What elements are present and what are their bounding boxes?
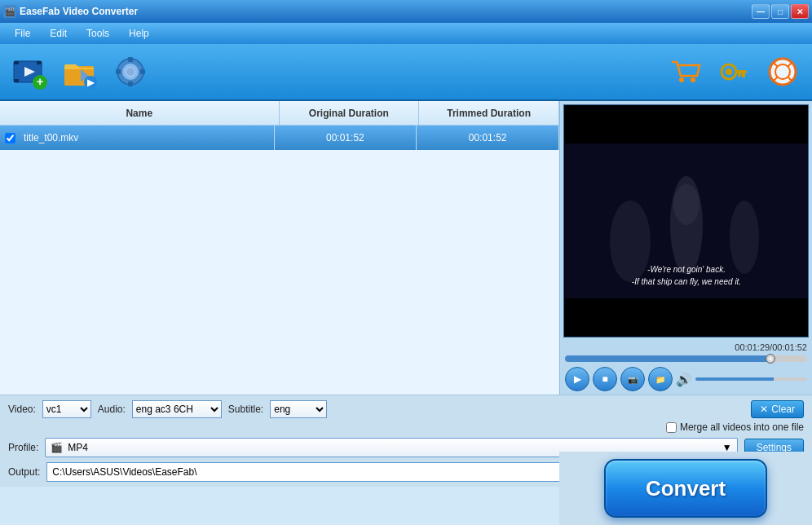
svg-point-28 bbox=[770, 59, 796, 85]
cell-original-duration: 00:01:52 bbox=[275, 126, 417, 150]
svg-text:-We're not goin' back.: -We're not goin' back. bbox=[647, 265, 726, 274]
seek-bar-container[interactable] bbox=[560, 354, 812, 364]
video-time: 00:01:29/00:01:52 bbox=[560, 341, 812, 354]
svg-point-21 bbox=[679, 77, 684, 82]
svg-rect-16 bbox=[128, 57, 133, 62]
cell-trimmed-duration: 00:01:52 bbox=[417, 126, 559, 150]
merge-label: Merge all videos into one file bbox=[680, 421, 804, 433]
main-area: Name Original Duration Trimmed Duration … bbox=[0, 101, 812, 395]
cell-name: title_t00.mkv bbox=[0, 126, 275, 150]
volume-slider[interactable] bbox=[695, 377, 807, 381]
col-header-original: Original Duration bbox=[280, 101, 420, 125]
file-list-body[interactable]: title_t00.mkv 00:01:52 00:01:52 bbox=[0, 126, 559, 395]
merge-row: Merge all videos into one file bbox=[8, 421, 804, 433]
row-checkbox[interactable] bbox=[5, 133, 15, 143]
player-controls: ▶ ■ 📷 📁 🔊 bbox=[560, 364, 812, 395]
snapshot-button[interactable]: 📷 bbox=[620, 367, 645, 391]
audio-label: Audio: bbox=[98, 404, 126, 415]
audio-select[interactable]: eng ac3 6CH bbox=[132, 400, 222, 418]
open-file-button[interactable]: 📁 bbox=[648, 367, 673, 391]
title-bar: 🎬 EaseFab Video Converter — □ ✕ bbox=[0, 0, 812, 23]
file-name: title_t00.mkv bbox=[24, 132, 78, 143]
table-row[interactable]: title_t00.mkv 00:01:52 00:01:52 bbox=[0, 126, 559, 150]
toolbar-settings-button[interactable] bbox=[109, 51, 152, 93]
col-header-name: Name bbox=[0, 101, 280, 125]
stop-button[interactable]: ■ bbox=[593, 367, 617, 391]
svg-point-24 bbox=[726, 68, 732, 75]
add-video-button[interactable]: + bbox=[8, 51, 51, 93]
menu-help[interactable]: Help bbox=[121, 26, 157, 41]
app-icon: 🎬 bbox=[3, 5, 16, 18]
video-label: Video: bbox=[8, 404, 36, 415]
svg-rect-39 bbox=[565, 143, 808, 298]
profile-label: Profile: bbox=[8, 442, 38, 453]
svg-point-22 bbox=[691, 77, 695, 82]
svg-rect-3 bbox=[14, 79, 19, 82]
menu-tools[interactable]: Tools bbox=[78, 26, 117, 41]
svg-point-20 bbox=[126, 67, 135, 77]
svg-rect-17 bbox=[128, 82, 133, 86]
file-list-area: Name Original Duration Trimmed Duration … bbox=[0, 101, 559, 395]
subtitle-select[interactable]: eng bbox=[270, 400, 327, 418]
profile-value: MP4 bbox=[68, 442, 88, 453]
add-folder-button[interactable]: ▶ bbox=[59, 51, 101, 93]
menu-edit[interactable]: Edit bbox=[42, 26, 75, 41]
subtitle-label: Subtitle: bbox=[228, 404, 263, 415]
output-label: Output: bbox=[8, 466, 40, 478]
svg-text:+: + bbox=[37, 75, 43, 88]
register-button[interactable] bbox=[713, 51, 755, 93]
preview-area: -We're not goin' back. -If that ship can… bbox=[559, 101, 812, 395]
minimize-button[interactable]: — bbox=[752, 4, 770, 19]
app-title: EaseFab Video Converter bbox=[20, 6, 138, 17]
svg-rect-25 bbox=[735, 70, 747, 73]
svg-rect-18 bbox=[116, 69, 121, 74]
clear-label: Clear bbox=[771, 404, 795, 415]
clear-button[interactable]: ✕ Clear bbox=[751, 400, 804, 418]
buy-button[interactable] bbox=[664, 51, 706, 93]
clear-x-icon: ✕ bbox=[760, 404, 768, 415]
menu-bar: File Edit Tools Help bbox=[0, 23, 812, 44]
col-header-trimmed: Trimmed Duration bbox=[419, 101, 559, 125]
video-select[interactable]: vc1 bbox=[42, 400, 91, 418]
svg-rect-19 bbox=[140, 69, 145, 74]
convert-button[interactable]: Convert bbox=[604, 459, 767, 518]
seek-thumb[interactable] bbox=[766, 354, 775, 364]
svg-rect-2 bbox=[14, 61, 19, 64]
seek-bar[interactable] bbox=[565, 355, 807, 362]
output-path: C:\Users\ASUS\Videos\EaseFab\ bbox=[52, 466, 196, 478]
svg-rect-26 bbox=[742, 73, 745, 77]
help-button[interactable] bbox=[761, 51, 804, 93]
close-button[interactable]: ✕ bbox=[791, 4, 809, 19]
toolbar: + ▶ bbox=[0, 44, 812, 101]
video-preview: -We're not goin' back. -If that ship can… bbox=[563, 104, 809, 338]
volume-icon: 🔊 bbox=[676, 372, 692, 387]
play-button[interactable]: ▶ bbox=[565, 367, 589, 391]
menu-file[interactable]: File bbox=[7, 26, 38, 41]
svg-rect-4 bbox=[37, 61, 42, 64]
svg-text:-If that ship can fly, we need: -If that ship can fly, we need it. bbox=[631, 277, 740, 286]
svg-rect-27 bbox=[738, 73, 741, 77]
media-options-row: Video: vc1 Audio: eng ac3 6CH Subtitle: … bbox=[8, 400, 804, 418]
maximize-button[interactable]: □ bbox=[771, 4, 789, 19]
convert-section: Convert bbox=[559, 452, 812, 525]
profile-icon: 🎬 bbox=[51, 442, 63, 453]
file-list-header: Name Original Duration Trimmed Duration bbox=[0, 101, 559, 126]
merge-checkbox[interactable] bbox=[666, 422, 677, 433]
